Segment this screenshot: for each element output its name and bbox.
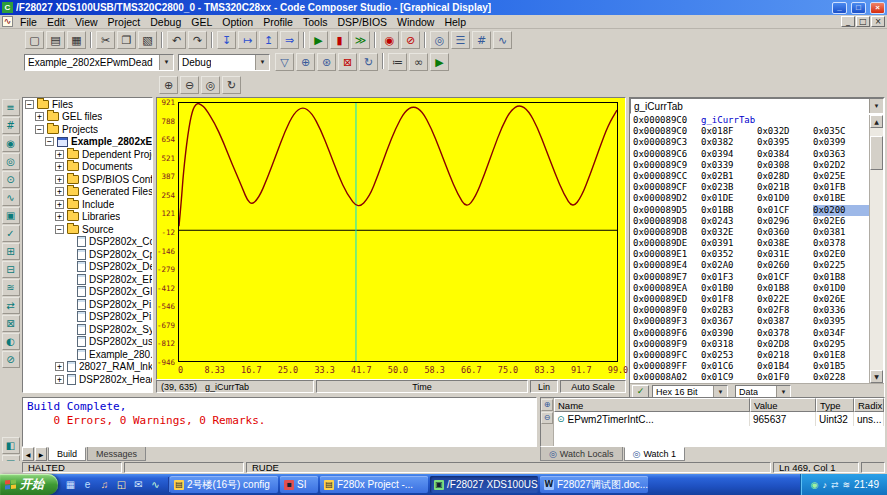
memory-value[interactable]: 0x01CF: [757, 272, 813, 283]
memory-value[interactable]: 0x022E: [757, 294, 813, 305]
memory-value[interactable]: 0x0225: [813, 260, 869, 271]
step-over-button[interactable]: ↦: [238, 31, 257, 49]
expand-box-icon[interactable]: +: [55, 150, 64, 159]
memory-address-combo[interactable]: g_iCurrTab ▼: [630, 98, 884, 114]
memory-value[interactable]: 0x0360: [757, 227, 813, 238]
memory-value[interactable]: 0x0253: [701, 350, 757, 361]
watch-value[interactable]: 965637: [750, 412, 816, 426]
memory-value[interactable]: 0x018F: [701, 126, 757, 137]
tree-item-28027-ram-lnk-c[interactable]: +28027_RAM_lnk.c: [23, 361, 152, 374]
memory-value[interactable]: 0x02F8: [757, 305, 813, 316]
project-options-button[interactable]: ≔: [388, 53, 407, 71]
memory-value[interactable]: 0x0243: [701, 216, 757, 227]
memory-value[interactable]: 0x01B0: [701, 283, 757, 294]
tree-item-dsp2802x-heade[interactable]: +DSP2802x_Heade...: [23, 373, 152, 386]
paste-button[interactable]: ▧: [138, 31, 157, 49]
memory-value[interactable]: 0x0336: [813, 305, 869, 316]
memory-value[interactable]: 0x01D0: [757, 193, 813, 204]
register-window-button[interactable]: #: [472, 31, 491, 49]
remove-all-breakpoints-button[interactable]: ⊘: [401, 31, 420, 49]
memory-value[interactable]: 0x035C: [813, 126, 869, 137]
minimize-button[interactable]: _: [832, 2, 847, 14]
collapse-box-icon[interactable]: −: [25, 100, 34, 109]
menu-item-dsp-bios[interactable]: DSP/BIOS: [332, 16, 392, 28]
task-button-2-16-config[interactable]: ▤2号楼(16号) config: [170, 476, 278, 493]
explorer-icon[interactable]: ◱: [114, 477, 129, 492]
project-combo[interactable]: Example_2802xEPwmDead ▼: [24, 54, 174, 71]
tree-item-documents[interactable]: +Documents: [23, 161, 152, 174]
scroll-down-icon[interactable]: ▼: [870, 370, 883, 383]
debug-launch-button[interactable]: ▶: [430, 53, 449, 71]
memory-value[interactable]: 0x0218: [757, 350, 813, 361]
memory-value[interactable]: 0x0399: [813, 137, 869, 148]
plot-area[interactable]: [178, 102, 618, 362]
memory-value[interactable]: 0x023B: [701, 182, 757, 193]
memory-value[interactable]: 0x0339: [701, 160, 757, 171]
memory-value[interactable]: 0x01C6: [701, 361, 757, 372]
memory-value[interactable]: 0x0296: [757, 216, 813, 227]
tab-watch-locals[interactable]: ◎Watch Locals: [540, 447, 623, 461]
tab-build[interactable]: Build: [48, 447, 86, 461]
tab-watch-1[interactable]: ◎Watch 1: [624, 447, 686, 461]
expand-button[interactable]: ⊞: [2, 243, 20, 260]
memory-value[interactable]: 0x01F8: [701, 294, 757, 305]
menu-item-tools[interactable]: Tools: [298, 16, 333, 28]
memory-value[interactable]: 0x02B1: [701, 171, 757, 182]
memory-value[interactable]: 0x0384: [757, 149, 813, 160]
memory-value[interactable]: 0x01DE: [701, 193, 757, 204]
menu-item-debug[interactable]: Debug: [145, 16, 186, 28]
watch-radix[interactable]: uns...: [854, 412, 884, 426]
incremental-build-button[interactable]: ⊕: [296, 53, 315, 71]
memory-value[interactable]: 0x031E: [757, 249, 813, 260]
graph-window-button[interactable]: ∿: [493, 31, 512, 49]
toggle-breakpoint-button[interactable]: ◉: [380, 31, 399, 49]
memory-value[interactable]: 0x01E8: [813, 350, 869, 361]
memory-value[interactable]: 0x0395: [813, 316, 869, 327]
stop-build-button[interactable]: ⊠: [338, 53, 357, 71]
tree-item-dsp2802x-sy[interactable]: DSP2802x_Sy...: [23, 323, 152, 336]
watch-window-button[interactable]: ◎: [430, 31, 449, 49]
menu-item-window[interactable]: Window: [392, 16, 439, 28]
memory-scrollbar[interactable]: ▲ ▼: [869, 115, 883, 383]
expand-box-icon[interactable]: +: [55, 162, 64, 171]
chevron-down-icon[interactable]: ▼: [776, 386, 790, 397]
memory-value[interactable]: 0x01BE: [813, 193, 869, 204]
task-button-f280x-project[interactable]: ▤F280x Project -...: [320, 476, 428, 493]
collapse-box-icon[interactable]: −: [55, 225, 64, 234]
expand-box-icon[interactable]: +: [55, 375, 64, 384]
watch-button[interactable]: ⊙: [2, 171, 20, 188]
memory-value[interactable]: 0x0295: [813, 339, 869, 350]
memory-value[interactable]: 0x01F3: [701, 272, 757, 283]
memory-value[interactable]: 0x0378: [757, 328, 813, 339]
watch-column-type[interactable]: Type: [816, 398, 854, 412]
memory-value[interactable]: 0x0381: [813, 227, 869, 238]
memory-value[interactable]: 0x01F0: [757, 372, 813, 383]
configuration-combo[interactable]: Debug ▼: [178, 54, 270, 71]
profile-button[interactable]: ◐: [2, 333, 20, 350]
memory-value[interactable]: 0x0318: [701, 339, 757, 350]
antivirus-icon[interactable]: ◉: [811, 480, 819, 490]
volume-icon[interactable]: ♪: [822, 480, 827, 490]
link-button[interactable]: ∞: [409, 53, 428, 71]
task-button-f28027-doc[interactable]: WF28027调试图.doc...: [540, 476, 648, 493]
memory-value[interactable]: 0x034F: [813, 328, 869, 339]
memory-value[interactable]: 0x02D2: [813, 160, 869, 171]
source-stepping-button[interactable]: ≡: [2, 99, 20, 116]
memory-value[interactable]: 0x02B3: [701, 305, 757, 316]
memory-value[interactable]: 0x0352: [701, 249, 757, 260]
halt-button[interactable]: ▮: [330, 31, 349, 49]
clock[interactable]: 21:49: [854, 479, 879, 490]
memory-value[interactable]: 0x032D: [757, 126, 813, 137]
tree-item-files[interactable]: −Files: [23, 98, 152, 111]
scroll-up-icon[interactable]: ▲: [870, 115, 883, 128]
clear-button[interactable]: ⊠: [2, 315, 20, 332]
media-player-icon[interactable]: ♫: [97, 477, 112, 492]
menu-item-help[interactable]: Help: [439, 16, 471, 28]
collapse-button[interactable]: ⊟: [2, 261, 20, 278]
memory-window-button[interactable]: ☰: [451, 31, 470, 49]
register-view-button[interactable]: #: [2, 117, 20, 134]
swap-button[interactable]: ⇄: [2, 297, 20, 314]
memory-value[interactable]: 0x0382: [701, 137, 757, 148]
memory-value[interactable]: 0x021B: [757, 182, 813, 193]
expand-box-icon[interactable]: +: [35, 112, 44, 121]
